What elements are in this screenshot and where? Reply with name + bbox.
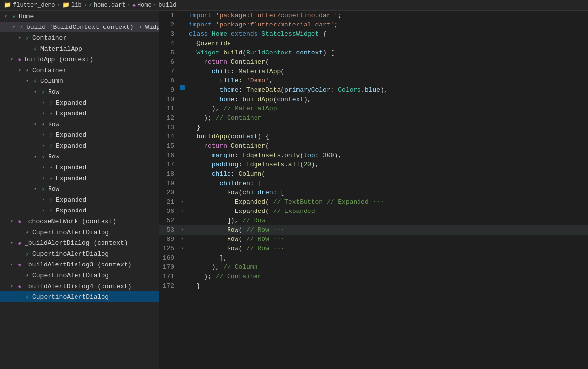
widget-icon: ⚡ [18, 23, 26, 31]
fold-arrow[interactable]: › [179, 207, 185, 216]
sidebar-item-expanded3[interactable]: ⚡ Expanded [0, 130, 159, 140]
code-area[interactable]: 1 import 'package:flutter/cupertino.dart… [159, 11, 588, 369]
breadcrumb-item-file[interactable]: ⚡ home.dart [89, 2, 125, 9]
line-content: theme: ThemeData(primaryColor: Colors.bl… [187, 85, 588, 95]
code-line: 17 padding: EdgeInsets.all(20), [159, 160, 588, 169]
line-content: buildApp(context) { [187, 132, 588, 141]
line-content: Expanded( // Expanded ··· [187, 207, 588, 216]
chevron-icon [39, 142, 47, 150]
line-content: ], [187, 253, 588, 263]
code-line: 3 class Home extends StatelessWidget { [159, 29, 588, 39]
chevron-icon [39, 174, 47, 182]
sidebar-item-expanded2[interactable]: ⚡ Expanded [0, 108, 159, 119]
code-line: 15 return Container( [159, 141, 588, 151]
line-content: class Home extends StatelessWidget { [187, 29, 588, 39]
chevron-icon [31, 185, 39, 193]
line-number: 170 [159, 263, 178, 272]
code-line: 8 title: 'Demo', [159, 76, 588, 85]
dart-file-icon: ⚡ [89, 2, 92, 8]
sidebar-item-build-fn[interactable]: ⚡ build (BuildContext context) → Widget [0, 22, 159, 32]
sidebar-item-choosenetwork[interactable]: ◈ _chooseNetWork (context) [0, 216, 159, 227]
line-content: Row( // Row ··· [187, 235, 588, 244]
code-editor[interactable]: 1 import 'package:flutter/cupertino.dart… [159, 11, 588, 369]
code-line: 18 child: Column( [159, 169, 588, 179]
chevron-icon [16, 66, 24, 74]
line-gutter: › [178, 225, 187, 235]
cube-icon: ◈ [16, 217, 24, 225]
sidebar-item-label: Expanded [56, 164, 86, 171]
fold-arrow[interactable]: › [179, 235, 185, 244]
fold-arrow[interactable]: › [179, 225, 185, 235]
line-number: 4 [159, 39, 178, 48]
line-number: 172 [159, 281, 178, 290]
sidebar-item-materialapp[interactable]: ⚡ MaterialApp [0, 43, 159, 54]
class-icon: ◈ [132, 2, 136, 8]
code-line: 172 } [159, 281, 588, 290]
sidebar-item-home[interactable]: ⚡ Home [0, 11, 159, 22]
sidebar-item-row1[interactable]: ⚡ Row [0, 86, 159, 97]
sidebar-item-label: Expanded [56, 99, 86, 106]
line-number: 36 [159, 207, 178, 216]
code-line: 16 margin: EdgeInsets.only(top: 300), [159, 151, 588, 160]
code-line: 89 › Row( // Row ··· [159, 235, 588, 244]
sidebar-item-expanded1[interactable]: ⚡ Expanded [0, 97, 159, 108]
line-number: 89 [159, 235, 178, 244]
sidebar-item-label: CupertinoAlertDialog [32, 229, 109, 236]
line-number: 6 [159, 57, 178, 67]
code-line: 9 theme: ThemeData(primaryColor: Colors.… [159, 85, 588, 95]
sidebar-item-buildalertdialog4[interactable]: ◈ _buildAlertDialog4 (context) [0, 281, 159, 291]
sidebar-item-row4[interactable]: ⚡ Row [0, 184, 159, 194]
sidebar-item-buildapp-fn[interactable]: ◈ buildApp (context) [0, 54, 159, 65]
sidebar-item-expanded8[interactable]: ⚡ Expanded [0, 205, 159, 216]
breadcrumb-item-class[interactable]: ◈ Home [132, 2, 151, 9]
sidebar-item-expanded5[interactable]: ⚡ Expanded [0, 162, 159, 173]
line-gutter: › [178, 235, 187, 244]
line-content: ]), // Row [187, 216, 588, 225]
chevron-icon [31, 120, 39, 128]
fold-arrow[interactable]: › [179, 244, 185, 253]
line-content: margin: EdgeInsets.only(top: 300), [187, 151, 588, 160]
line-number: 13 [159, 123, 178, 132]
line-content: import 'package:flutter/material.dart'; [187, 20, 588, 29]
breakpoint-dot[interactable] [180, 85, 185, 90]
sidebar-item-expanded4[interactable]: ⚡ Expanded [0, 140, 159, 151]
sidebar-item-expanded6[interactable]: ⚡ Expanded [0, 173, 159, 184]
breadcrumb-sep2: › [84, 2, 87, 8]
code-line: 14 buildApp(context) { [159, 132, 588, 141]
line-number: 2 [159, 20, 178, 29]
sidebar-item-label: Column [40, 78, 63, 85]
sidebar-item-label: Row [48, 153, 59, 160]
line-content: Row( // Row ··· [187, 225, 588, 235]
sidebar-item-cupertinoalert4[interactable]: ⚡ CupertinoAlertDialog [0, 291, 159, 302]
widget-icon: ⚡ [10, 12, 18, 20]
code-line: 53 › Row( // Row ··· [159, 225, 588, 235]
sidebar-item-expanded7[interactable]: ⚡ Expanded [0, 194, 159, 205]
sidebar-item-container2[interactable]: ⚡ Container [0, 65, 159, 76]
sidebar-item-cupertinoalert3[interactable]: ⚡ CupertinoAlertDialog [0, 270, 159, 281]
sidebar-item-buildalertdialog[interactable]: ◈ _buildAlertDialog (context) [0, 237, 159, 248]
sidebar-item-cupertinoalert2[interactable]: ⚡ CupertinoAlertDialog [0, 248, 159, 259]
breadcrumb-item-lib[interactable]: 📁 lib [62, 1, 82, 9]
sidebar-item-label: Expanded [56, 196, 86, 204]
sidebar-item-row3[interactable]: ⚡ Row [0, 151, 159, 162]
line-number: 11 [159, 104, 178, 113]
line-number: 15 [159, 141, 178, 151]
code-line: 6 return Container( [159, 57, 588, 67]
code-line: 52 ]), // Row [159, 216, 588, 225]
widget-icon: ⚡ [24, 293, 31, 301]
sidebar-item-row2[interactable]: ⚡ Row [0, 119, 159, 130]
sidebar-item-cupertinoalert1[interactable]: ⚡ CupertinoAlertDialog [0, 227, 159, 237]
line-number: 17 [159, 160, 178, 169]
widget-icon: ⚡ [31, 45, 39, 53]
breadcrumb-item-method[interactable]: build [158, 2, 176, 9]
line-number: 16 [159, 151, 178, 160]
sidebar-item-container1[interactable]: ⚡ Container [0, 32, 159, 43]
line-content: } [187, 123, 588, 132]
sidebar-item-column[interactable]: ⚡ Column [0, 76, 159, 86]
breadcrumb-bar: 📁 flutter_demo › 📁 lib › ⚡ home.dart › ◈… [0, 0, 588, 11]
widget-icon: ⚡ [24, 250, 31, 258]
line-number: 5 [159, 48, 178, 57]
fold-arrow[interactable]: › [179, 197, 185, 207]
breadcrumb-item-folder[interactable]: 📁 flutter_demo [4, 1, 55, 9]
sidebar-item-buildalertdialog3[interactable]: ◈ _buildAlertDialog3 (context) [0, 259, 159, 270]
